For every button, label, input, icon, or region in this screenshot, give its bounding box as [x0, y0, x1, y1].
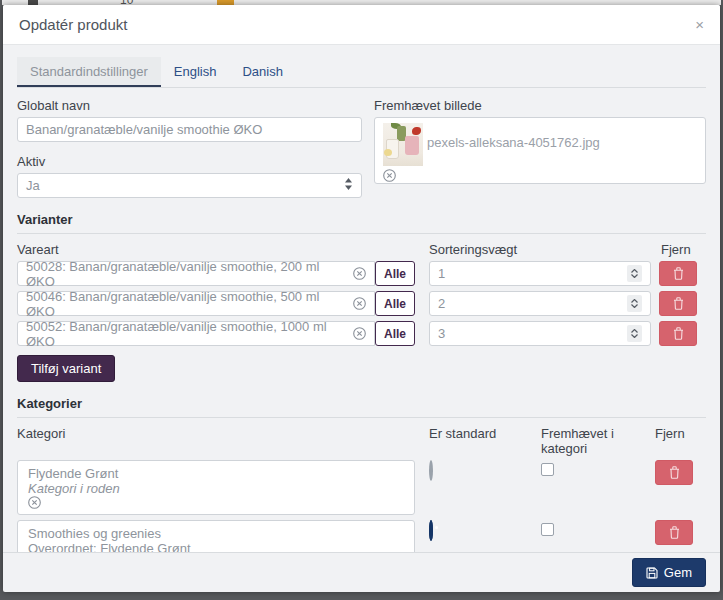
- category-field[interactable]: Smoothies og greenies Overordnet: Flyden…: [17, 520, 415, 552]
- alle-button[interactable]: Alle: [375, 321, 415, 346]
- default-radio-selected[interactable]: [429, 520, 433, 541]
- active-select[interactable]: Ja: [17, 173, 362, 198]
- add-variant-button[interactable]: Tilføj variant: [17, 355, 115, 382]
- variant-item-text: 50028: Banan/granatæble/vanilje smoothie…: [26, 259, 347, 289]
- sort-weight-value: 2: [438, 296, 445, 311]
- number-spinner[interactable]: [627, 325, 642, 342]
- sort-weight-input[interactable]: 3: [429, 321, 651, 346]
- variant-item-field[interactable]: 50028: Banan/granatæble/vanilje smoothie…: [17, 261, 375, 286]
- default-column-label: Er standard: [429, 426, 541, 456]
- active-select-value: Ja: [26, 178, 40, 193]
- sort-column-label: Sorteringsvægt: [429, 242, 653, 257]
- sort-weight-value: 1: [438, 266, 445, 281]
- variant-item-field[interactable]: 50046: Banan/granatæble/vanilje smoothie…: [17, 291, 375, 316]
- categories-heading: Kategorier: [17, 396, 706, 411]
- tab-english[interactable]: English: [161, 57, 230, 87]
- vareart-column-label: Vareart: [17, 242, 429, 257]
- sort-weight-input[interactable]: 1: [429, 261, 651, 286]
- variant-row: 50028: Banan/granatæble/vanilje smoothie…: [17, 261, 706, 286]
- variant-item-text: 50052: Banan/granatæble/vanilje smoothie…: [26, 319, 347, 349]
- variants-heading: Varianter: [17, 212, 706, 227]
- tab-standardindstillinger[interactable]: Standardindstillinger: [17, 57, 161, 87]
- divider: [17, 233, 706, 234]
- variant-row: 50046: Banan/granatæble/vanilje smoothie…: [17, 291, 706, 316]
- number-spinner[interactable]: [627, 265, 642, 282]
- featured-checkbox[interactable]: [541, 523, 554, 536]
- active-label: Aktiv: [17, 154, 362, 169]
- category-row: Smoothies og greenies Overordnet: Flyden…: [17, 520, 706, 552]
- category-column-label: Kategori: [17, 426, 429, 456]
- divider: [17, 417, 706, 418]
- variant-item-text: 50046: Banan/granatæble/vanilje smoothie…: [26, 289, 347, 319]
- product-thumbnail: [383, 123, 423, 166]
- delete-category-button[interactable]: [655, 460, 693, 485]
- save-icon: [646, 567, 658, 579]
- category-field[interactable]: Flydende Grønt Kategori i roden: [17, 460, 415, 515]
- remove-column-label: Fjern: [661, 242, 691, 257]
- featured-checkbox[interactable]: [541, 463, 554, 476]
- category-subtitle: Kategori i roden: [28, 481, 404, 496]
- update-product-modal: Opdatér produkt × Standardindstillinger …: [3, 5, 720, 592]
- trash-icon: [673, 327, 684, 340]
- featured-image-label: Fremhævet billede: [374, 98, 706, 113]
- trash-icon: [669, 526, 680, 539]
- modal-footer: Gem: [3, 552, 720, 592]
- remove-column-label: Fjern: [655, 426, 685, 456]
- remove-variant-tag-icon[interactable]: [353, 297, 366, 310]
- variant-row: 50052: Banan/granatæble/vanilje smoothie…: [17, 321, 706, 346]
- category-name: Smoothies og greenies: [28, 526, 404, 541]
- delete-variant-button[interactable]: [659, 321, 697, 346]
- featured-column-label: Fremhævet i kategori: [541, 426, 655, 456]
- modal-body: Standardindstillinger English Danish Glo…: [3, 45, 720, 552]
- delete-category-button[interactable]: [655, 520, 693, 545]
- global-name-input[interactable]: [17, 117, 362, 142]
- image-filename: pexels-alleksana-4051762.jpg: [427, 135, 600, 150]
- save-button[interactable]: Gem: [632, 558, 706, 587]
- alle-button[interactable]: Alle: [375, 261, 415, 286]
- category-name: Flydende Grønt: [28, 466, 404, 481]
- remove-category-tag-icon[interactable]: [28, 496, 404, 509]
- remove-image-icon[interactable]: [383, 169, 396, 182]
- close-icon[interactable]: ×: [695, 17, 704, 32]
- sort-weight-value: 3: [438, 326, 445, 341]
- tab-bar: Standardindstillinger English Danish: [17, 57, 706, 88]
- remove-variant-tag-icon[interactable]: [353, 327, 366, 340]
- trash-icon: [673, 267, 684, 280]
- number-spinner[interactable]: [627, 295, 642, 312]
- delete-variant-button[interactable]: [659, 291, 697, 316]
- category-subtitle: Overordnet: Flydende Grønt: [28, 541, 404, 552]
- modal-header: Opdatér produkt ×: [3, 5, 720, 45]
- delete-variant-button[interactable]: [659, 261, 697, 286]
- alle-button[interactable]: Alle: [375, 291, 415, 316]
- tab-danish[interactable]: Danish: [229, 57, 295, 87]
- default-radio[interactable]: [429, 460, 433, 481]
- sort-weight-input[interactable]: 2: [429, 291, 651, 316]
- global-name-label: Globalt navn: [17, 98, 362, 113]
- save-button-label: Gem: [664, 565, 692, 580]
- page-title: Opdatér produkt: [19, 16, 127, 33]
- trash-icon: [673, 297, 684, 310]
- featured-image-box: pexels-alleksana-4051762.jpg: [374, 117, 706, 184]
- trash-icon: [669, 466, 680, 479]
- category-row: Flydende Grønt Kategori i roden: [17, 460, 706, 515]
- select-arrows-icon: [344, 178, 353, 193]
- remove-variant-tag-icon[interactable]: [353, 267, 366, 280]
- variant-item-field[interactable]: 50052: Banan/granatæble/vanilje smoothie…: [17, 321, 375, 346]
